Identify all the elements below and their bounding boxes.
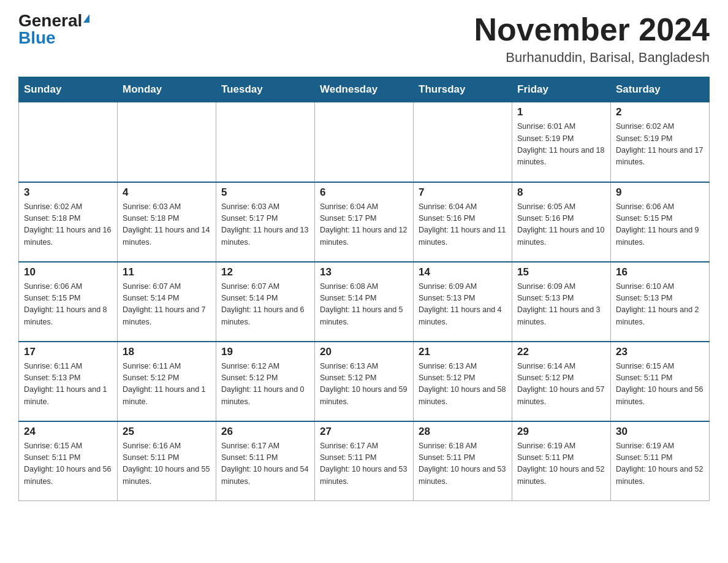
- calendar-cell: [216, 102, 315, 182]
- calendar-cell: 30Sunrise: 6:19 AMSunset: 5:11 PMDayligh…: [611, 421, 710, 501]
- day-info: Sunrise: 6:02 AMSunset: 5:18 PMDaylight:…: [24, 201, 112, 249]
- day-number: 30: [616, 426, 704, 438]
- day-number: 20: [320, 346, 408, 358]
- calendar-cell: 12Sunrise: 6:07 AMSunset: 5:14 PMDayligh…: [216, 262, 315, 342]
- day-number: 28: [419, 426, 507, 438]
- calendar-cell: [414, 102, 512, 182]
- calendar-cell: 2Sunrise: 6:02 AMSunset: 5:19 PMDaylight…: [611, 102, 710, 182]
- calendar-week-row: 10Sunrise: 6:06 AMSunset: 5:15 PMDayligh…: [19, 262, 710, 342]
- calendar-cell: 23Sunrise: 6:15 AMSunset: 5:11 PMDayligh…: [611, 342, 710, 421]
- day-info: Sunrise: 6:05 AMSunset: 5:16 PMDaylight:…: [517, 201, 605, 249]
- calendar-cell: [118, 102, 216, 182]
- day-info: Sunrise: 6:06 AMSunset: 5:15 PMDaylight:…: [616, 201, 704, 249]
- calendar-cell: 27Sunrise: 6:17 AMSunset: 5:11 PMDayligh…: [315, 421, 414, 501]
- weekday-header-friday: Friday: [512, 77, 611, 102]
- calendar-cell: 16Sunrise: 6:10 AMSunset: 5:13 PMDayligh…: [611, 262, 710, 342]
- day-number: 24: [24, 426, 112, 438]
- day-info: Sunrise: 6:19 AMSunset: 5:11 PMDaylight:…: [517, 440, 605, 488]
- day-number: 12: [221, 266, 309, 278]
- weekday-header-row: SundayMondayTuesdayWednesdayThursdayFrid…: [19, 77, 710, 102]
- day-info: Sunrise: 6:10 AMSunset: 5:13 PMDaylight:…: [616, 281, 704, 329]
- logo: General Blue: [18, 12, 89, 47]
- weekday-header-sunday: Sunday: [19, 77, 118, 102]
- day-info: Sunrise: 6:17 AMSunset: 5:11 PMDaylight:…: [221, 440, 309, 488]
- day-number: 13: [320, 266, 408, 278]
- day-number: 8: [517, 186, 605, 199]
- day-number: 9: [616, 186, 704, 199]
- day-info: Sunrise: 6:01 AMSunset: 5:19 PMDaylight:…: [517, 121, 605, 169]
- day-number: 23: [616, 346, 704, 358]
- day-number: 16: [616, 266, 704, 278]
- calendar-cell: 5Sunrise: 6:03 AMSunset: 5:17 PMDaylight…: [216, 182, 315, 262]
- day-info: Sunrise: 6:12 AMSunset: 5:12 PMDaylight:…: [221, 361, 309, 408]
- calendar-cell: 21Sunrise: 6:13 AMSunset: 5:12 PMDayligh…: [414, 342, 512, 421]
- day-number: 11: [123, 266, 211, 278]
- day-number: 6: [320, 186, 408, 199]
- day-info: Sunrise: 6:17 AMSunset: 5:11 PMDaylight:…: [320, 440, 408, 488]
- day-number: 29: [517, 426, 605, 438]
- day-number: 1: [517, 106, 605, 118]
- calendar-cell: 4Sunrise: 6:03 AMSunset: 5:18 PMDaylight…: [118, 182, 216, 262]
- calendar-week-row: 24Sunrise: 6:15 AMSunset: 5:11 PMDayligh…: [19, 421, 710, 501]
- day-info: Sunrise: 6:06 AMSunset: 5:15 PMDaylight:…: [24, 281, 112, 329]
- day-number: 27: [320, 426, 408, 438]
- day-info: Sunrise: 6:11 AMSunset: 5:13 PMDaylight:…: [24, 361, 112, 408]
- day-number: 21: [419, 346, 507, 358]
- day-number: 25: [123, 426, 211, 438]
- calendar-cell: 8Sunrise: 6:05 AMSunset: 5:16 PMDaylight…: [512, 182, 611, 262]
- calendar-cell: 28Sunrise: 6:18 AMSunset: 5:11 PMDayligh…: [414, 421, 512, 501]
- day-number: 14: [419, 266, 507, 278]
- logo-general-text: General: [18, 12, 82, 29]
- calendar-cell: 6Sunrise: 6:04 AMSunset: 5:17 PMDaylight…: [315, 182, 414, 262]
- day-number: 3: [24, 186, 112, 199]
- day-number: 19: [221, 346, 309, 358]
- day-info: Sunrise: 6:13 AMSunset: 5:12 PMDaylight:…: [419, 361, 507, 408]
- day-number: 10: [24, 266, 112, 278]
- day-number: 15: [517, 266, 605, 278]
- day-number: 7: [419, 186, 507, 199]
- calendar-table: SundayMondayTuesdayWednesdayThursdayFrid…: [18, 77, 710, 501]
- calendar-cell: 15Sunrise: 6:09 AMSunset: 5:13 PMDayligh…: [512, 262, 611, 342]
- header: General Blue November 2024 Burhanuddin, …: [18, 12, 710, 66]
- calendar-cell: 22Sunrise: 6:14 AMSunset: 5:12 PMDayligh…: [512, 342, 611, 421]
- day-info: Sunrise: 6:15 AMSunset: 5:11 PMDaylight:…: [616, 361, 704, 408]
- calendar-cell: 13Sunrise: 6:08 AMSunset: 5:14 PMDayligh…: [315, 262, 414, 342]
- day-info: Sunrise: 6:18 AMSunset: 5:11 PMDaylight:…: [419, 440, 507, 488]
- calendar-cell: 18Sunrise: 6:11 AMSunset: 5:12 PMDayligh…: [118, 342, 216, 421]
- title-area: November 2024 Burhanuddin, Barisal, Bang…: [474, 12, 710, 66]
- day-info: Sunrise: 6:16 AMSunset: 5:11 PMDaylight:…: [123, 440, 211, 488]
- day-number: 4: [123, 186, 211, 199]
- calendar-cell: 20Sunrise: 6:13 AMSunset: 5:12 PMDayligh…: [315, 342, 414, 421]
- calendar-week-row: 1Sunrise: 6:01 AMSunset: 5:19 PMDaylight…: [19, 102, 710, 182]
- day-info: Sunrise: 6:14 AMSunset: 5:12 PMDaylight:…: [517, 361, 605, 408]
- day-number: 26: [221, 426, 309, 438]
- logo-triangle-icon: [83, 14, 89, 23]
- day-info: Sunrise: 6:09 AMSunset: 5:13 PMDaylight:…: [517, 281, 605, 329]
- weekday-header-wednesday: Wednesday: [315, 77, 414, 102]
- day-info: Sunrise: 6:19 AMSunset: 5:11 PMDaylight:…: [616, 440, 704, 488]
- calendar-cell: 25Sunrise: 6:16 AMSunset: 5:11 PMDayligh…: [118, 421, 216, 501]
- day-number: 18: [123, 346, 211, 358]
- calendar-cell: 7Sunrise: 6:04 AMSunset: 5:16 PMDaylight…: [414, 182, 512, 262]
- calendar-cell: 19Sunrise: 6:12 AMSunset: 5:12 PMDayligh…: [216, 342, 315, 421]
- calendar-week-row: 17Sunrise: 6:11 AMSunset: 5:13 PMDayligh…: [19, 342, 710, 421]
- day-info: Sunrise: 6:04 AMSunset: 5:17 PMDaylight:…: [320, 201, 408, 249]
- calendar-cell: 14Sunrise: 6:09 AMSunset: 5:13 PMDayligh…: [414, 262, 512, 342]
- calendar-cell: 1Sunrise: 6:01 AMSunset: 5:19 PMDaylight…: [512, 102, 611, 182]
- location-subtitle: Burhanuddin, Barisal, Bangladesh: [474, 50, 710, 66]
- day-number: 2: [616, 106, 704, 118]
- day-info: Sunrise: 6:03 AMSunset: 5:18 PMDaylight:…: [123, 201, 211, 249]
- day-info: Sunrise: 6:11 AMSunset: 5:12 PMDaylight:…: [123, 361, 211, 408]
- calendar-cell: 11Sunrise: 6:07 AMSunset: 5:14 PMDayligh…: [118, 262, 216, 342]
- calendar-cell: 29Sunrise: 6:19 AMSunset: 5:11 PMDayligh…: [512, 421, 611, 501]
- calendar-cell: 3Sunrise: 6:02 AMSunset: 5:18 PMDaylight…: [19, 182, 118, 262]
- calendar-cell: [19, 102, 118, 182]
- day-info: Sunrise: 6:08 AMSunset: 5:14 PMDaylight:…: [320, 281, 408, 329]
- day-info: Sunrise: 6:02 AMSunset: 5:19 PMDaylight:…: [616, 121, 704, 169]
- day-info: Sunrise: 6:15 AMSunset: 5:11 PMDaylight:…: [24, 440, 112, 488]
- weekday-header-tuesday: Tuesday: [216, 77, 315, 102]
- day-info: Sunrise: 6:13 AMSunset: 5:12 PMDaylight:…: [320, 361, 408, 408]
- calendar-cell: 10Sunrise: 6:06 AMSunset: 5:15 PMDayligh…: [19, 262, 118, 342]
- day-number: 5: [221, 186, 309, 199]
- calendar-cell: 9Sunrise: 6:06 AMSunset: 5:15 PMDaylight…: [611, 182, 710, 262]
